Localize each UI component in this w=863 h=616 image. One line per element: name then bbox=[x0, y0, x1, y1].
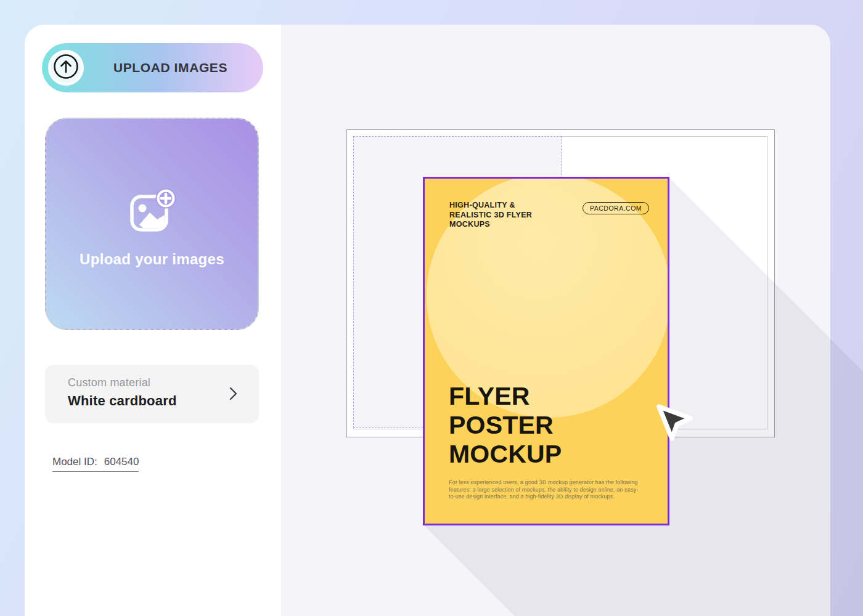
model-id-value: 604540 bbox=[104, 456, 139, 468]
upload-button-circle bbox=[48, 50, 84, 86]
sidebar: UPLOAD IMAGES Upload your images Cus bbox=[25, 25, 281, 616]
chevron-right-icon bbox=[226, 386, 240, 404]
upload-dropzone[interactable]: Upload your images bbox=[45, 118, 259, 330]
material-selector[interactable]: Custom material White cardboard bbox=[45, 365, 259, 423]
image-plus-icon bbox=[128, 188, 176, 235]
upload-images-button[interactable]: UPLOAD IMAGES bbox=[42, 43, 263, 92]
material-selector-value: White cardboard bbox=[68, 393, 177, 409]
flyer-url-badge: PACDORA.COM bbox=[583, 202, 649, 214]
flyer-title: FLYER POSTER MOCKUP bbox=[449, 382, 562, 469]
model-id-label: Model ID: bbox=[52, 456, 97, 468]
model-id-link[interactable]: Model ID:604540 bbox=[52, 456, 139, 472]
flyer-header-text: HIGH-QUALITY & REALISTIC 3D FLYER MOCKUP… bbox=[449, 201, 532, 230]
arrow-pointer-icon bbox=[651, 398, 701, 452]
arrow-up-circle-icon bbox=[52, 53, 80, 83]
flyer-body-text: For less experienced users, a good 3D mo… bbox=[449, 479, 639, 501]
dropzone-label: Upload your images bbox=[80, 251, 224, 268]
material-selector-label: Custom material bbox=[68, 376, 150, 389]
mockup-editor-page: UPLOAD IMAGES Upload your images Cus bbox=[0, 0, 863, 616]
flyer-design[interactable]: HIGH-QUALITY & REALISTIC 3D FLYER MOCKUP… bbox=[423, 177, 669, 525]
